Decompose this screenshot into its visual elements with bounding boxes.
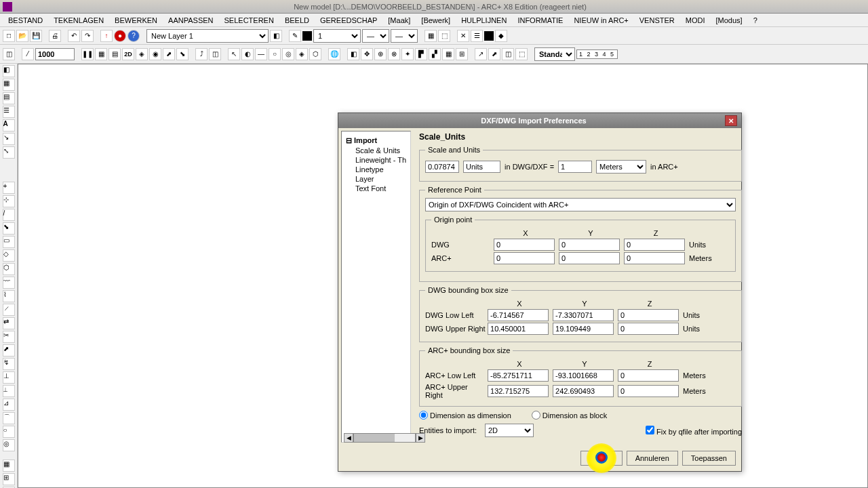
grid2-icon[interactable]: ▤ (108, 48, 121, 60)
print-icon[interactable]: 🖨 (49, 30, 61, 42)
lt-i-icon[interactable]: ◇ (3, 249, 15, 262)
arc-ll-z[interactable] (618, 369, 679, 382)
t2-s-icon[interactable]: ▛ (415, 48, 427, 60)
menu-selecteren[interactable]: SELECTEREN (219, 15, 279, 26)
dwg-z-input[interactable] (624, 239, 685, 251)
t2-c-icon[interactable]: ◈ (136, 48, 148, 60)
arc-y-input[interactable] (559, 252, 620, 264)
lt-o-icon[interactable]: ✂ (3, 331, 15, 343)
menu-bewerk[interactable]: [Bewerk] (416, 15, 456, 26)
t2-y-icon[interactable]: ◫ (502, 48, 514, 60)
globe-icon[interactable]: 🌐 (328, 48, 340, 60)
unit1-input[interactable] (463, 161, 500, 173)
arc-ll-x[interactable] (488, 369, 549, 382)
circle-icon[interactable]: ○ (3, 426, 15, 438)
tree-lineweight[interactable]: Lineweight - Th (346, 155, 406, 165)
scroll-left-icon[interactable]: ◀ (344, 433, 353, 443)
t2-e-icon[interactable]: ⬈ (163, 48, 175, 60)
layer-select[interactable]: New Layer 1 (146, 29, 269, 43)
cursor-icon[interactable]: ↖ (228, 48, 240, 60)
lt-w-icon[interactable]: ⊞ (3, 473, 15, 485)
fix-checkbox[interactable]: Fix by qfile after importing (646, 426, 742, 436)
entities-select[interactable]: 2D (485, 424, 534, 437)
tool-e-icon[interactable]: ◆ (495, 30, 507, 42)
tree-linetype[interactable]: Linetype (346, 165, 406, 174)
lt-d-icon[interactable]: ☰ (3, 106, 15, 118)
arc-x-input[interactable] (494, 252, 555, 264)
move-icon[interactable]: ✥ (361, 48, 373, 60)
t2-g-icon[interactable]: ⤴ (195, 48, 208, 60)
lineweight-select[interactable]: — (362, 29, 389, 43)
menu-help[interactable]: ? (748, 15, 763, 26)
tool-b-icon[interactable]: ⬚ (438, 30, 450, 42)
lt-h-icon[interactable]: ⬊ (3, 222, 15, 235)
plus-icon[interactable]: + (3, 182, 15, 194)
t2-d-icon[interactable]: ◉ (149, 48, 161, 60)
arc-ll-y[interactable] (553, 369, 614, 382)
tree-scrollbar[interactable]: ◀ ▶ (344, 433, 425, 443)
apply-button[interactable]: Toepassen (682, 451, 736, 466)
t2-h-icon[interactable]: ◫ (209, 48, 221, 60)
t2-k-icon[interactable]: ○ (269, 48, 281, 60)
brush-icon[interactable]: ✎ (289, 30, 301, 42)
t2-u-icon[interactable]: ▦ (442, 48, 454, 60)
open-icon[interactable]: 📂 (16, 30, 28, 42)
t2-o-icon[interactable]: ◧ (347, 48, 359, 60)
text-icon[interactable]: A (3, 119, 15, 131)
t2-r-icon[interactable]: ✦ (401, 48, 414, 60)
help-icon[interactable]: ? (127, 30, 140, 42)
tree-layer[interactable]: Layer (346, 174, 406, 184)
lt-r-icon[interactable]: ⊥ (3, 371, 15, 384)
t2-a-icon[interactable]: ◫ (3, 48, 15, 60)
lt-j-icon[interactable]: ⬡ (3, 263, 15, 275)
color-swatch[interactable] (302, 31, 312, 41)
lt-l-icon[interactable]: ⌇ (3, 290, 15, 302)
lt-s-icon[interactable]: ⟂ (3, 385, 15, 397)
scroll-right-icon[interactable]: ▶ (416, 433, 425, 443)
t2-l-icon[interactable]: ◎ (282, 48, 294, 60)
menu-aanpassen[interactable]: AANPASSEN (163, 15, 218, 26)
rect-icon[interactable]: ▭ (3, 236, 15, 248)
lt-v-icon[interactable]: ▦ (3, 460, 15, 472)
t2-z-icon[interactable]: ⬚ (515, 48, 528, 60)
arc-icon[interactable]: ⌒ (3, 412, 15, 424)
lt-a-icon[interactable]: ◧ (3, 65, 15, 77)
lt-g-icon[interactable]: ⊹ (3, 195, 15, 207)
dwg-ll-y[interactable] (553, 309, 614, 321)
tool-a-icon[interactable]: ▦ (425, 30, 437, 42)
dim-as-block-radio[interactable]: Dimension as block (532, 411, 607, 420)
lt-m-icon[interactable]: ⟋ (3, 304, 15, 316)
menu-tekenlagen[interactable]: TEKENLAGEN (48, 15, 109, 26)
arc-z-input[interactable] (624, 252, 685, 264)
dwg-y-input[interactable] (559, 239, 620, 251)
up-arrow-icon[interactable]: ↑ (100, 30, 113, 42)
arc-ur-z[interactable] (618, 385, 679, 397)
stop-icon[interactable]: ● (114, 30, 126, 42)
save-icon[interactable]: 💾 (30, 30, 42, 42)
menu-beeld[interactable]: BEELD (279, 15, 315, 26)
menu-venster[interactable]: VENSTER (634, 15, 680, 26)
menu-nieuw[interactable]: NIEUW in ARC+ (568, 15, 633, 26)
menu-maak[interactable]: [Maak] (382, 15, 416, 26)
dwg-x-input[interactable] (494, 239, 555, 251)
dialog-title-bar[interactable]: DXF/DWG Import Preferences ✕ (338, 113, 741, 128)
t2-x-icon[interactable]: ⬈ (488, 48, 500, 60)
color-swatch-2[interactable] (484, 31, 494, 41)
arc-ur-x[interactable] (488, 385, 549, 397)
lt-c-icon[interactable]: ▤ (3, 92, 15, 104)
color-select[interactable]: 1 (313, 29, 361, 43)
lt-q-icon[interactable]: ↯ (3, 358, 15, 370)
scale-factor-input[interactable] (425, 161, 459, 173)
scale-input[interactable] (35, 48, 75, 60)
layer-btn-icon[interactable]: ◧ (270, 30, 282, 42)
tree-root-import[interactable]: Import (346, 136, 406, 146)
dwg-ur-y[interactable] (553, 323, 614, 335)
grid-icon[interactable]: ▦ (95, 48, 107, 60)
line-icon[interactable]: / (3, 209, 15, 221)
ok-button[interactable] (580, 451, 623, 466)
t2-t-icon[interactable]: ▞ (429, 48, 441, 60)
linetype-select[interactable]: — (391, 29, 418, 43)
style-select[interactable]: Standard (534, 47, 575, 61)
arc-ur-y[interactable] (553, 385, 614, 397)
t2-i-icon[interactable]: ◐ (241, 48, 254, 60)
